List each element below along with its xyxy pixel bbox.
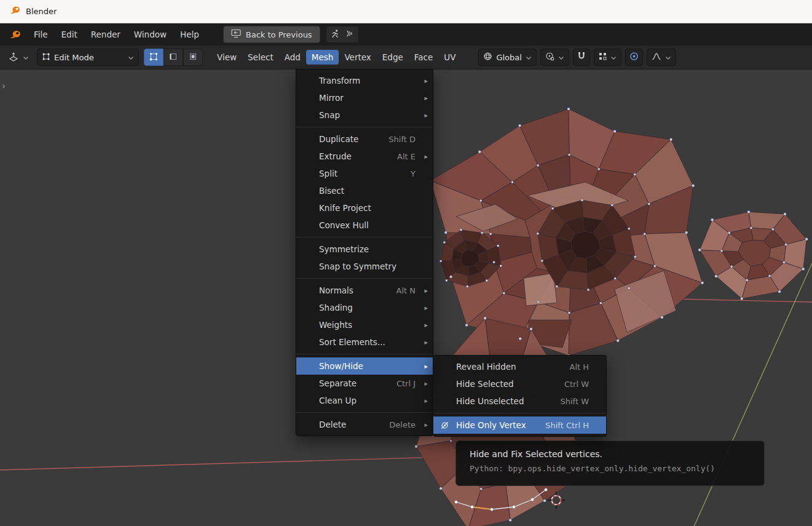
menu-item-label: Normals	[319, 285, 396, 295]
orientation-label: Global	[496, 53, 521, 62]
menu-item-label: Duplicate	[319, 134, 388, 144]
submenu-arrow-icon: ▸	[420, 287, 428, 295]
menu-item-sort-elements[interactable]: Sort Elements...▸	[296, 333, 433, 351]
menu-item-label: Sort Elements...	[319, 337, 416, 347]
header-menu-edge[interactable]: Edge	[377, 50, 409, 65]
menu-item-shortcut: Delete	[389, 420, 416, 429]
menu-item-normals[interactable]: NormalsAlt N▸	[296, 282, 433, 299]
edge-select-button[interactable]	[164, 49, 183, 66]
menu-item-split[interactable]: SplitY	[296, 165, 433, 182]
menu-item-symmetrize[interactable]: Symmetrize	[296, 241, 433, 258]
toolbar-expand-arrow[interactable]: ›	[2, 82, 6, 91]
topbar-menu-window[interactable]: Window	[127, 23, 173, 46]
header-menu-vertex[interactable]: Vertex	[339, 50, 376, 65]
select-mode-group	[144, 49, 203, 66]
menu-item-label: Convex Hull	[319, 220, 416, 230]
mode-dropdown[interactable]: Edit Mode	[37, 49, 139, 66]
menu-item-shortcut: Alt H	[569, 362, 589, 372]
pivot-point-dropdown[interactable]	[540, 49, 569, 66]
menu-item-shortcut: Alt E	[397, 152, 416, 161]
menu-item-extrude[interactable]: ExtrudeAlt E▸	[296, 148, 433, 165]
topbar-menu-render[interactable]: Render	[84, 23, 127, 46]
menu-item-weights[interactable]: Weights▸	[296, 316, 433, 333]
header-menu-mesh[interactable]: Mesh	[306, 50, 339, 65]
menu-item-label: Hide Unselected	[456, 396, 560, 406]
menu-item-bisect[interactable]: Bisect	[296, 182, 433, 199]
header-menu-view[interactable]: View	[211, 50, 242, 65]
menu-separator	[433, 413, 606, 413]
menu-item-shading[interactable]: Shading▸	[296, 299, 433, 316]
window-title: Blender	[26, 7, 57, 16]
header-menu-add[interactable]: Add	[279, 50, 306, 65]
scene-icon[interactable]	[331, 29, 340, 41]
proportional-falloff-dropdown[interactable]	[647, 49, 676, 66]
face-select-icon	[189, 52, 197, 63]
chevron-down-icon	[610, 53, 617, 62]
menu-item-knife-project[interactable]: Knife Project	[296, 199, 433, 217]
menu-item-label: Mirror	[319, 93, 416, 103]
blender-menu-button[interactable]	[4, 29, 27, 40]
view-layer-icon[interactable]	[345, 29, 354, 41]
menu-item-snap-to-symmetry[interactable]: Snap to Symmetry	[296, 258, 433, 275]
submenu-arrow-icon: ▸	[420, 153, 428, 161]
header-right-cluster: Global	[478, 49, 676, 66]
menu-item-shortcut: Shift D	[388, 135, 416, 144]
menu-separator	[296, 354, 433, 354]
edit-mode-icon	[42, 52, 50, 63]
topbar-menu-help[interactable]: Help	[173, 23, 206, 46]
header-menu-uv[interactable]: UV	[438, 50, 461, 65]
topbar-menu-edit[interactable]: Edit	[55, 23, 84, 46]
menu-item-delete[interactable]: DeleteDelete▸	[296, 416, 433, 433]
editor-type-button[interactable]	[5, 49, 32, 66]
snap-toggle-button[interactable]	[573, 49, 590, 66]
proportional-editing-toggle[interactable]	[625, 49, 643, 66]
back-to-previous-icon	[231, 29, 241, 40]
menu-item-label: Snap to Symmetry	[319, 261, 416, 271]
menu-item-label: Reveal Hidden	[456, 362, 569, 372]
menu-item-convex-hull[interactable]: Convex Hull	[296, 217, 433, 234]
menu-item-transform[interactable]: Transform▸	[296, 72, 433, 89]
transform-orientation-dropdown[interactable]: Global	[478, 49, 536, 66]
header-menu-face[interactable]: Face	[409, 50, 439, 65]
menu-item-shortcut: Ctrl W	[564, 380, 589, 389]
menu-item-reveal-hidden[interactable]: Reveal HiddenAlt H	[433, 358, 606, 375]
menu-item-clean-up[interactable]: Clean Up▸	[296, 392, 433, 409]
submenu-arrow-icon: ▸	[420, 111, 428, 119]
menu-item-hide-only-vertex[interactable]: Hide Only VertexShift Ctrl H	[433, 416, 606, 434]
edge-select-icon	[169, 52, 178, 63]
submenu-arrow-icon: ▸	[420, 362, 428, 370]
vertex-select-button[interactable]	[144, 49, 164, 66]
menu-item-label: Hide Selected	[456, 379, 564, 389]
scene-viewlayer-group	[326, 26, 358, 42]
menu-item-show-hide[interactable]: Show/Hide▸	[296, 357, 433, 375]
viewport-header-menus: ViewSelectAddMeshVertexEdgeFaceUV	[211, 50, 461, 65]
menu-item-label: Snap	[319, 110, 416, 120]
menu-separator	[296, 237, 433, 237]
menu-item-label: Weights	[319, 320, 416, 330]
snap-target-dropdown[interactable]	[594, 49, 621, 66]
menu-item-snap[interactable]: Snap▸	[296, 106, 433, 124]
chevron-down-icon	[128, 53, 134, 62]
proportional-editing-icon	[629, 52, 639, 63]
back-to-previous-button[interactable]: Back to Previous	[223, 26, 320, 43]
menu-separator	[296, 278, 433, 279]
header-menu-select[interactable]: Select	[242, 50, 279, 65]
face-select-button[interactable]	[183, 49, 203, 66]
menu-item-hide-unselected[interactable]: Hide UnselectedShift W	[433, 393, 606, 410]
topbar: FileEditRenderWindowHelp Back to Previou…	[0, 23, 812, 46]
topbar-menu-file[interactable]: File	[27, 23, 55, 46]
menu-item-duplicate[interactable]: DuplicateShift D	[296, 130, 433, 148]
submenu-arrow-icon: ▸	[420, 421, 428, 429]
menu-item-mirror[interactable]: Mirror▸	[296, 89, 433, 106]
menu-item-shortcut: Shift Ctrl H	[545, 421, 589, 430]
menu-item-hide-selected[interactable]: Hide SelectedCtrl W	[433, 375, 606, 393]
submenu-arrow-icon: ▸	[420, 380, 428, 388]
orientation-globe-icon	[483, 52, 492, 63]
editor-type-icon	[8, 52, 19, 63]
menu-item-separate[interactable]: SeparateCtrl J▸	[296, 375, 433, 392]
window-titlebar: Blender	[0, 0, 812, 23]
submenu-arrow-icon: ▸	[420, 397, 428, 405]
pivot-point-icon	[545, 52, 554, 63]
menu-item-label: Shading	[319, 303, 416, 313]
menu-separator	[296, 412, 433, 413]
